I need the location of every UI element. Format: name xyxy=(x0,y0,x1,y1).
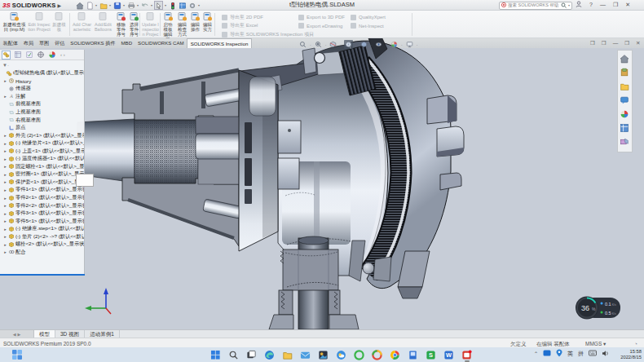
ime-lang-indicator[interactable]: 英 xyxy=(567,350,573,358)
tree-item[interactable]: ▸(-) 垫片 (2)<2> ->? (默认<<默认> xyxy=(0,232,84,241)
task-view-icon[interactable] xyxy=(246,349,258,360)
expand-arrow-icon[interactable]: ▸ xyxy=(2,227,8,232)
ribbon-button-8[interactable]: 启动模板编辑器 xyxy=(161,11,174,38)
panel-tab-configuration-manager[interactable] xyxy=(24,51,33,60)
tree-item[interactable]: ▸零件2<1> (默认<<默认>_显示状态 xyxy=(0,194,84,202)
expand-arrow-icon[interactable]: ▸ xyxy=(2,203,8,208)
expand-arrow-icon[interactable]: ▸ xyxy=(2,141,8,146)
app-blue-book-icon[interactable] xyxy=(408,349,419,360)
dropdown-arrow-icon[interactable]: ▾ xyxy=(165,3,166,7)
expand-arrow-icon[interactable]: ▸ xyxy=(2,157,8,161)
home-icon[interactable] xyxy=(620,52,630,63)
touch-keyboard-icon[interactable] xyxy=(589,350,597,357)
tree-item[interactable]: ▸零件3<1> (默认<<默认>_显示状态 xyxy=(0,210,84,218)
account-icon[interactable] xyxy=(576,1,582,8)
ribbon-button-6[interactable]: 选择零件序号 xyxy=(128,11,140,38)
expand-arrow-icon[interactable]: ▸ xyxy=(2,249,8,254)
new-doc-icon[interactable] xyxy=(85,1,94,10)
expand-arrow-icon[interactable]: ▸ xyxy=(2,234,8,239)
appearance-icon[interactable] xyxy=(390,40,399,49)
ribbon-button-2[interactable]: 新建模板 xyxy=(51,11,67,38)
start-icon[interactable] xyxy=(210,349,222,360)
section-view-icon[interactable] xyxy=(329,40,337,49)
headsup-dropdown[interactable]: · xyxy=(401,42,403,47)
expand-arrow-icon[interactable]: ▸ xyxy=(2,133,8,138)
file-explorer-icon[interactable] xyxy=(620,80,630,90)
panel-splitter[interactable] xyxy=(0,274,85,276)
tree-item[interactable]: 上视基准面 xyxy=(0,108,84,117)
export-item[interactable]: 导出至 SOLIDWORKS Inspection 项目 xyxy=(222,30,314,39)
expand-arrow-icon[interactable]: ▸ xyxy=(2,78,8,83)
status-units[interactable]: MMGS ▾ xyxy=(585,341,606,347)
tree-item[interactable]: ▸(-) 绝缘垫片<1> (默认<<默认>_显 xyxy=(0,139,84,148)
app-red-badge-icon[interactable] xyxy=(461,349,473,360)
forum-icon[interactable] xyxy=(620,94,630,104)
headsup-dropdown[interactable]: · xyxy=(325,42,327,47)
close-button[interactable]: ✕ xyxy=(625,2,630,8)
weather-icon[interactable] xyxy=(336,349,347,360)
dropdown-arrow-icon[interactable]: ▾ xyxy=(109,3,111,7)
restore-button[interactable]: ❐ xyxy=(613,2,618,8)
tree-item[interactable]: ▸History xyxy=(0,77,84,86)
expand-arrow-icon[interactable]: ▸ xyxy=(2,172,8,177)
tree-item[interactable]: 传感器 xyxy=(0,85,84,93)
expand-arrow-icon[interactable]: ▸ xyxy=(2,164,8,169)
mail-icon[interactable] xyxy=(300,349,311,360)
ribbon-button-11[interactable]: 编辑实方 xyxy=(202,11,213,38)
app-green-s-icon[interactable]: S xyxy=(426,349,437,360)
ribbon-button-4[interactable]: Add/Edit Balloons xyxy=(93,11,113,38)
tree-item[interactable]: 右视基准面 xyxy=(0,116,84,124)
tree-item[interactable]: ▸固定螺栓<1> (默认<<默认>_显示 xyxy=(0,163,84,171)
panel-tab-property-manager[interactable] xyxy=(13,51,22,60)
tree-item[interactable]: 原点 xyxy=(0,124,84,132)
expand-arrow-icon[interactable]: ▸ xyxy=(2,188,8,192)
dropdown-arrow-icon[interactable]: ▾ xyxy=(123,3,125,7)
chrome-icon[interactable] xyxy=(390,349,401,360)
performance-icon[interactable] xyxy=(168,1,177,10)
graphics-viewport[interactable] xyxy=(0,38,644,329)
speaker-icon[interactable] xyxy=(602,350,610,358)
ribbon-button-7[interactable]: Update Inspection Project xyxy=(142,11,159,38)
custom-properties-icon[interactable] xyxy=(620,121,630,132)
panel-tab-display-manager[interactable] xyxy=(47,51,56,60)
photos-icon[interactable] xyxy=(318,349,329,360)
ribbon-button-9[interactable]: 编辑检查方式 xyxy=(176,11,188,38)
tree-item[interactable]: ▸密封圈<1> (默认<<默认>_显示状 xyxy=(0,170,84,179)
tree-item[interactable]: ▸外壳 (2)<1> (默认<<默认>_显示状 xyxy=(0,131,84,139)
headsup-dropdown[interactable]: · xyxy=(417,42,418,47)
dropdown-arrow-icon[interactable]: ▾ xyxy=(137,3,139,7)
appearances-icon[interactable] xyxy=(620,108,630,118)
edge-icon[interactable] xyxy=(264,349,276,360)
expand-arrow-icon[interactable]: ▸ xyxy=(2,219,8,223)
app-color-ring-icon[interactable] xyxy=(372,349,383,360)
select-cursor-icon[interactable] xyxy=(154,1,163,10)
solidworks-resources-icon[interactable] xyxy=(620,135,630,146)
expand-arrow-icon[interactable]: ▸ xyxy=(2,148,8,153)
open-folder-icon[interactable] xyxy=(99,1,108,10)
home-icon[interactable] xyxy=(75,1,84,10)
search-icon[interactable] xyxy=(561,2,567,9)
expand-arrow-icon[interactable]: ▸ xyxy=(2,179,8,184)
app-green-ring-icon[interactable] xyxy=(354,349,365,360)
headsup-dropdown[interactable]: · xyxy=(310,42,311,47)
minimize-button[interactable]: — xyxy=(600,2,606,7)
undo-icon[interactable] xyxy=(140,1,149,10)
save-icon[interactable] xyxy=(112,1,121,10)
rebuild-icon[interactable] xyxy=(178,1,187,10)
zoom-area-icon[interactable] xyxy=(314,40,323,49)
expand-arrow-icon[interactable]: ▸ xyxy=(2,196,8,201)
hide-show-icon[interactable] xyxy=(374,40,383,49)
export-item[interactable]: Export to 3D PDF xyxy=(298,13,345,22)
file-explorer-icon[interactable] xyxy=(282,349,293,360)
search-dropdown-icon[interactable]: ▾ xyxy=(568,3,570,7)
panel-tab-overflow[interactable]: ‹ › xyxy=(60,52,65,57)
tree-filter[interactable]: ▼· xyxy=(0,60,84,69)
export-item[interactable]: Net-Inspect xyxy=(351,22,386,31)
headsup-dropdown[interactable]: · xyxy=(355,42,357,47)
ribbon-button-1[interactable]: Edit Inspection Project xyxy=(28,11,51,38)
taskbar-clock[interactable]: 15:58 2022/8/15 xyxy=(620,349,642,361)
app-blue-w-icon[interactable]: W xyxy=(443,349,455,360)
widgets-icon[interactable] xyxy=(11,349,23,360)
search-icon[interactable] xyxy=(228,349,240,360)
expand-arrow-icon[interactable]: ▸ xyxy=(2,94,8,99)
